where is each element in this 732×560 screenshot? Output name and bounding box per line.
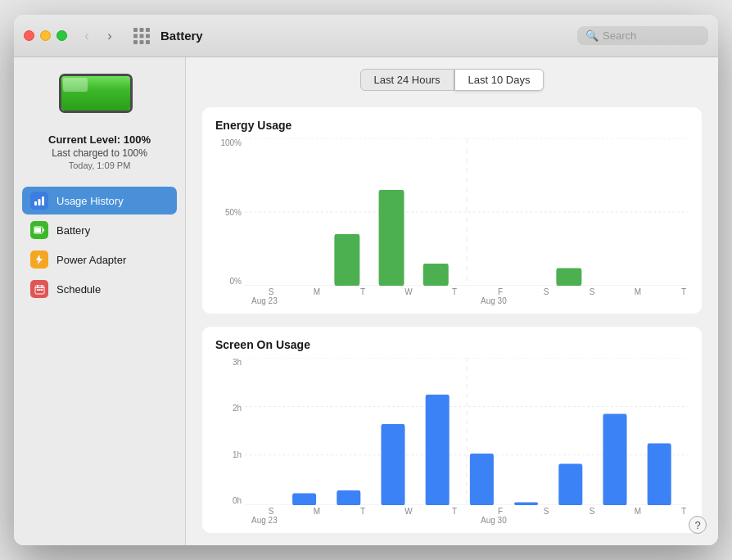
s-day-s1: S — [248, 507, 294, 516]
e-day-t2: T — [432, 287, 477, 296]
s-day-m2: M — [615, 507, 661, 516]
svg-rect-44 — [558, 464, 582, 505]
sidebar-item-schedule[interactable]: Schedule — [22, 275, 177, 303]
battery-body — [59, 74, 133, 113]
s-day-t1: T — [340, 507, 386, 516]
svg-rect-4 — [140, 34, 144, 38]
search-icon: 🔍 — [585, 29, 599, 42]
maximize-button[interactable] — [56, 30, 67, 41]
svg-rect-18 — [37, 285, 38, 287]
svg-rect-7 — [140, 40, 144, 44]
energy-chart-inner: 100% 50% 0% — [215, 138, 689, 305]
e-day-s1: S — [248, 287, 294, 296]
svg-rect-3 — [133, 34, 138, 38]
screen-chart-svg — [245, 358, 689, 505]
minimize-button[interactable] — [40, 30, 51, 41]
screen-chart-card: Screen On Usage 3h 2h 1h 0h — [202, 327, 702, 533]
energy-bar-4 — [379, 190, 404, 286]
svg-rect-0 — [133, 28, 138, 32]
e-day-m2: M — [615, 287, 661, 296]
tab-last-10d[interactable]: Last 10 Days — [454, 69, 544, 91]
screen-chart-title: Screen On Usage — [215, 338, 689, 351]
s-day-t3: T — [661, 507, 707, 516]
battery-icon-small — [30, 221, 48, 239]
screen-y-0h: 0h — [233, 496, 242, 505]
screen-x-labels: S M T W T Aug 23 — [215, 507, 689, 525]
e-day-m1: M — [294, 287, 340, 296]
battery-label: Battery — [56, 224, 90, 237]
e-day-s3: S — [569, 287, 615, 296]
battery-visual — [59, 74, 141, 119]
schedule-label: Schedule — [56, 283, 101, 296]
tabs-row: Last 24 Hours Last 10 Days — [186, 57, 718, 99]
svg-rect-39 — [337, 490, 360, 505]
svg-rect-46 — [648, 443, 671, 505]
main-window: ‹ › Battery 🔍 — [14, 15, 718, 545]
battery-info: Current Level: 100% Last charged to 100%… — [48, 133, 151, 170]
forward-button[interactable]: › — [100, 26, 120, 46]
e-week2-label: Aug 30 — [477, 296, 507, 305]
svg-rect-5 — [146, 34, 150, 38]
s-day-m1: M — [294, 507, 340, 516]
battery-time: Today, 1:09 PM — [48, 160, 151, 170]
svg-rect-2 — [146, 28, 150, 32]
content-area: Current Level: 100% Last charged to 100%… — [14, 57, 718, 545]
e-day-w: W — [386, 287, 432, 296]
schedule-icon — [30, 280, 48, 298]
e-day-f: F — [477, 287, 523, 296]
screen-chart-inner: 3h 2h 1h 0h — [215, 358, 689, 525]
back-button[interactable]: ‹ — [77, 26, 97, 46]
sidebar-item-power-adapter[interactable]: Power Adapter — [22, 246, 177, 273]
energy-bar-5 — [423, 264, 449, 286]
svg-rect-38 — [292, 494, 316, 505]
s-week1-label: Aug 23 — [248, 516, 278, 525]
e-day-s2: S — [523, 287, 569, 296]
s-day-f: F — [477, 507, 523, 516]
e-week1-label: Aug 23 — [248, 296, 278, 305]
energy-y-100: 100% — [220, 138, 242, 147]
svg-rect-19 — [41, 285, 43, 287]
app-grid-icon[interactable] — [129, 24, 154, 48]
titlebar: ‹ › Battery 🔍 — [14, 15, 718, 57]
s-day-t2: T — [432, 507, 477, 516]
svg-rect-22 — [41, 289, 43, 291]
energy-chart-svg — [245, 138, 689, 286]
svg-rect-42 — [470, 454, 494, 505]
svg-rect-45 — [603, 413, 626, 505]
svg-rect-6 — [133, 40, 138, 44]
search-bar[interactable]: 🔍 — [577, 26, 708, 45]
search-input[interactable] — [603, 29, 700, 42]
s-week2-label: Aug 30 — [477, 516, 507, 525]
help-button[interactable]: ? — [689, 516, 707, 534]
screen-y-2h: 2h — [233, 404, 242, 413]
close-button[interactable] — [24, 30, 34, 41]
sidebar-nav: Usage History Battery — [22, 187, 177, 303]
battery-charged: Last charged to 100% — [48, 147, 151, 159]
traffic-lights — [24, 30, 67, 41]
main-content: Last 24 Hours Last 10 Days Energy Usage … — [186, 57, 718, 545]
svg-rect-14 — [43, 229, 44, 232]
power-icon — [30, 251, 48, 269]
tab-last-24h[interactable]: Last 24 Hours — [360, 69, 454, 91]
energy-bar-8 — [556, 268, 581, 286]
svg-rect-21 — [38, 289, 40, 291]
energy-chart-card: Energy Usage 100% 50% 0% — [202, 107, 702, 314]
energy-x-labels: S M T W T Aug 23 — [215, 287, 689, 305]
svg-rect-9 — [34, 201, 37, 205]
svg-marker-15 — [36, 255, 43, 264]
charts-area: Energy Usage 100% 50% 0% — [186, 99, 718, 545]
energy-y-0: 0% — [230, 277, 242, 286]
energy-chart-title: Energy Usage — [215, 119, 689, 132]
svg-rect-8 — [146, 40, 150, 44]
svg-rect-13 — [34, 228, 41, 233]
power-adapter-label: Power Adapter — [56, 254, 126, 266]
svg-rect-41 — [426, 395, 450, 505]
sidebar-item-battery[interactable]: Battery — [22, 216, 177, 244]
nav-buttons: ‹ › — [77, 26, 120, 46]
screen-y-3h: 3h — [233, 358, 242, 367]
battery-icon — [59, 74, 141, 119]
help-icon: ? — [694, 519, 700, 531]
screen-y-1h: 1h — [233, 450, 242, 459]
svg-rect-10 — [38, 199, 41, 205]
sidebar-item-usage-history[interactable]: Usage History — [22, 187, 177, 215]
